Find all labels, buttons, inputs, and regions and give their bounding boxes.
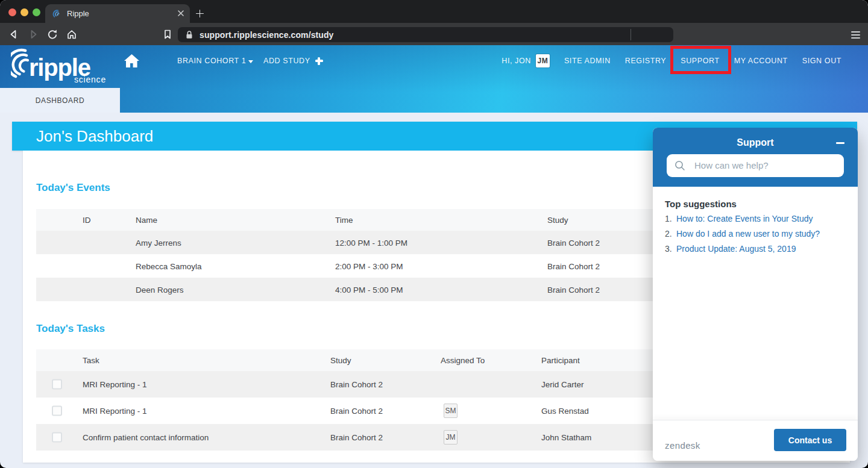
- header-nav-right: HI, JON JM SITE ADMIN REGISTRY SUPPORT M…: [502, 45, 841, 76]
- study-dropdown-label: BRAIN COHORT 1: [177, 57, 246, 65]
- traffic-light-minimize[interactable]: [20, 8, 28, 16]
- add-study-label: ADD STUDY: [263, 57, 310, 65]
- col-study: Study: [547, 216, 568, 225]
- traffic-light-zoom[interactable]: [33, 8, 40, 16]
- home-button[interactable]: [66, 29, 77, 40]
- url-bar[interactable]: support.ripplescience.com/study: [178, 27, 673, 42]
- browser-tab-bar: Ripple: [0, 0, 868, 23]
- support-widget: Support How can we help? Top suggestions…: [653, 128, 858, 461]
- support-annotation-box: [670, 46, 731, 74]
- support-search-input[interactable]: How can we help?: [667, 154, 844, 177]
- lock-icon: [185, 30, 193, 40]
- study-dropdown[interactable]: BRAIN COHORT 1: [177, 45, 253, 76]
- nav-site-admin[interactable]: SITE ADMIN: [564, 57, 611, 65]
- url-caret: [631, 29, 631, 40]
- minimize-icon[interactable]: [836, 142, 844, 144]
- new-tab-button[interactable]: [196, 10, 204, 17]
- add-study-button[interactable]: ADD STUDY: [263, 45, 323, 76]
- avatar-initials[interactable]: JM: [536, 54, 550, 67]
- nav-support[interactable]: SUPPORT: [681, 57, 719, 65]
- ripple-logo[interactable]: ripple science: [11, 48, 112, 85]
- col-id: ID: [83, 216, 91, 225]
- menu-icon[interactable]: [851, 31, 860, 40]
- zendesk-logo: zendesk: [665, 440, 700, 451]
- col-time: Time: [335, 216, 353, 225]
- suggestion-item[interactable]: 2. How do I add a new user to my study?: [665, 229, 820, 239]
- events-section-title: Today's Events: [36, 182, 110, 194]
- forward-button[interactable]: [28, 30, 38, 39]
- support-widget-title: Support: [653, 128, 858, 148]
- plus-icon: [315, 57, 323, 65]
- chevron-down-icon: [248, 60, 253, 63]
- task-checkbox[interactable]: [52, 379, 62, 390]
- col-study: Study: [330, 356, 351, 365]
- task-checkbox[interactable]: [52, 406, 62, 416]
- assignee-badge: SM: [444, 404, 458, 418]
- back-button[interactable]: [9, 30, 19, 39]
- nav-registry[interactable]: REGISTRY: [625, 57, 666, 65]
- support-widget-header: Support How can we help?: [653, 128, 858, 187]
- greeting: HI, JON JM: [502, 54, 550, 67]
- svg-text:science: science: [74, 75, 106, 84]
- tab-title: Ripple: [67, 9, 89, 18]
- search-placeholder: How can we help?: [694, 154, 769, 177]
- url-text: support.ripplescience.com/study: [200, 30, 334, 40]
- task-checkbox[interactable]: [52, 432, 62, 443]
- col-task: Task: [83, 356, 99, 365]
- col-participant: Participant: [541, 356, 580, 365]
- refresh-button[interactable]: [47, 29, 58, 40]
- traffic-light-close[interactable]: [8, 8, 16, 16]
- tab-close-icon[interactable]: [177, 10, 184, 17]
- ripple-favicon: [52, 9, 61, 19]
- assignee-badge: JM: [444, 430, 458, 445]
- nav-sign-out[interactable]: SIGN OUT: [802, 57, 841, 65]
- tasks-section-title: Today's Tasks: [36, 323, 105, 335]
- support-widget-footer: zendesk Contact us: [653, 420, 858, 461]
- bookmark-icon[interactable]: [162, 29, 173, 40]
- app-header: ripple science BRAIN COHORT 1 ADD STUDY …: [0, 45, 868, 113]
- contact-us-button[interactable]: Contact us: [774, 429, 846, 451]
- suggestion-item[interactable]: 1. How to: Create Events in Your Study: [665, 214, 813, 223]
- browser-window: Ripple support.ripplescience.: [0, 0, 868, 468]
- suggestion-item[interactable]: 3. Product Update: August 5, 2019: [665, 244, 796, 254]
- search-icon: [675, 160, 685, 171]
- top-suggestions-title: Top suggestions: [665, 199, 737, 209]
- home-nav-icon[interactable]: [124, 45, 140, 76]
- tab-dashboard[interactable]: DASHBOARD: [0, 88, 120, 113]
- col-assigned-to: Assigned To: [441, 356, 485, 365]
- nav-my-account[interactable]: MY ACCOUNT: [734, 57, 788, 65]
- browser-tab[interactable]: Ripple: [45, 4, 190, 23]
- col-name: Name: [136, 216, 157, 225]
